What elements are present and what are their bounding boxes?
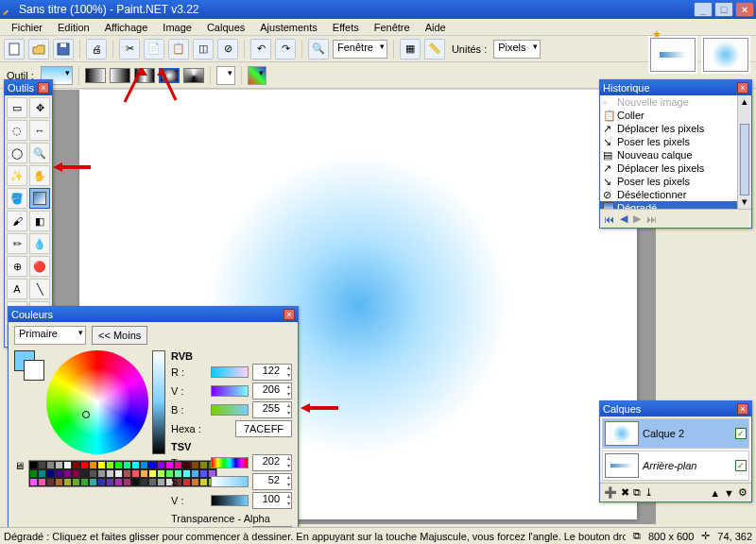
menu-window[interactable]: Fenêtre: [367, 21, 418, 34]
menu-layers[interactable]: Calques: [199, 21, 252, 34]
history-item[interactable]: Déplacer les pixels: [617, 123, 704, 134]
fill-tool[interactable]: 🪣: [7, 188, 27, 209]
undo-icon[interactable]: ↶: [250, 39, 271, 60]
minimize-button[interactable]: _: [694, 2, 713, 17]
menu-file[interactable]: Fichier: [4, 21, 50, 34]
grid-icon[interactable]: ▦: [400, 39, 421, 60]
t-slider[interactable]: [211, 457, 249, 468]
menu-image[interactable]: Image: [155, 21, 199, 34]
menu-adjust[interactable]: Ajustements: [252, 21, 325, 34]
value-slider[interactable]: [152, 350, 165, 454]
delete-layer-icon[interactable]: ✖: [621, 486, 629, 499]
deselect-icon[interactable]: ⊘: [217, 39, 238, 60]
history-close-icon[interactable]: ×: [737, 82, 748, 94]
history-item[interactable]: Poser les pixels: [617, 176, 690, 187]
history-redo-icon[interactable]: ▶: [633, 212, 641, 225]
menu-help[interactable]: Aide: [418, 21, 454, 34]
v2-slider[interactable]: [211, 495, 249, 506]
layer-row[interactable]: Arrière-plan ✓: [602, 450, 749, 481]
maximize-button[interactable]: □: [714, 2, 733, 17]
history-ff-icon[interactable]: ⏭: [646, 213, 657, 225]
layer-visible-checkbox[interactable]: ✓: [735, 428, 747, 439]
layer-row[interactable]: Calque 2 ✓: [602, 418, 749, 449]
history-item[interactable]: Désélectionner: [617, 189, 686, 200]
brush-tool[interactable]: 🖌: [7, 211, 27, 231]
s-input[interactable]: 52: [252, 473, 292, 490]
add-layer-icon[interactable]: ➕: [604, 486, 617, 499]
eraser-tool[interactable]: ◧: [29, 211, 50, 231]
picker-tool[interactable]: 💧: [29, 233, 50, 254]
zoom-icon[interactable]: 🔍: [308, 39, 329, 60]
history-item[interactable]: Poser les pixels: [617, 136, 690, 147]
layer-props-icon[interactable]: ⚙: [738, 486, 747, 499]
menu-edit[interactable]: Edition: [50, 21, 97, 34]
r-slider[interactable]: [211, 366, 249, 378]
close-button[interactable]: ×: [735, 2, 754, 17]
zoom-dropdown[interactable]: Fenêtre: [333, 40, 387, 59]
gradient-linear-lr[interactable]: [85, 68, 106, 83]
redo-icon[interactable]: ↷: [275, 39, 296, 60]
line-tool[interactable]: ╲: [29, 279, 50, 299]
t-input[interactable]: 202: [252, 454, 292, 471]
color-mode-dropdown[interactable]: [248, 66, 266, 85]
thumb-1[interactable]: ★: [648, 36, 697, 74]
paste-icon[interactable]: 📋: [168, 39, 189, 60]
blend-mode-dropdown[interactable]: [216, 66, 235, 85]
history-item[interactable]: Déplacer les pixels: [617, 162, 704, 174]
r-input[interactable]: 122: [252, 364, 292, 381]
history-rewind-icon[interactable]: ⏮: [604, 213, 614, 225]
v-input[interactable]: 206: [252, 382, 292, 400]
color-primary-dropdown[interactable]: Primaire: [14, 326, 86, 345]
wand-tool[interactable]: ✨: [7, 165, 27, 186]
b-slider[interactable]: [211, 404, 249, 416]
gradient-conical[interactable]: [183, 68, 204, 83]
colors-close-icon[interactable]: ×: [284, 309, 295, 320]
move-sel-tool[interactable]: ✥: [29, 97, 50, 118]
gradient-tool[interactable]: [29, 188, 50, 209]
text-tool[interactable]: A: [7, 279, 27, 299]
move-pixels-tool[interactable]: ↔: [29, 120, 50, 141]
s-slider[interactable]: [211, 476, 249, 487]
ellipse-select-tool[interactable]: ◯: [7, 143, 27, 163]
pencil-tool[interactable]: ✏: [7, 233, 27, 254]
cut-icon[interactable]: ✂: [119, 39, 140, 60]
crop-icon[interactable]: ◫: [193, 39, 214, 60]
v-slider[interactable]: [211, 385, 249, 397]
history-item[interactable]: Nouveau calque: [617, 149, 693, 161]
layer-down-icon[interactable]: ▼: [724, 487, 734, 499]
zoom-tool[interactable]: 🔍: [29, 143, 50, 163]
clone-tool[interactable]: ⊕: [7, 256, 27, 277]
open-file-icon[interactable]: [28, 39, 49, 60]
monitor-icon[interactable]: 🖥: [14, 460, 25, 471]
new-file-icon[interactable]: [4, 39, 25, 60]
layer-visible-checkbox[interactable]: ✓: [735, 460, 747, 471]
history-undo-icon[interactable]: ◀: [620, 212, 627, 225]
lasso-tool[interactable]: ◌: [7, 120, 27, 141]
layers-close-icon[interactable]: ×: [737, 403, 748, 415]
v2-input[interactable]: 100: [252, 492, 292, 509]
pan-tool[interactable]: ✋: [29, 165, 50, 186]
menu-effects[interactable]: Effets: [325, 21, 367, 34]
ruler-icon[interactable]: 📏: [424, 39, 445, 60]
print-icon[interactable]: 🖨: [86, 39, 107, 60]
thumb-2[interactable]: [701, 36, 750, 74]
less-button[interactable]: << Moins: [92, 326, 147, 345]
units-dropdown[interactable]: Pixels: [493, 40, 540, 59]
rect-select-tool[interactable]: ▭: [7, 97, 27, 118]
color-wheel[interactable]: [46, 350, 149, 454]
hex-input[interactable]: [235, 420, 292, 437]
secondary-swatch[interactable]: [24, 360, 44, 381]
history-scrollbar[interactable]: ▴▾: [737, 95, 751, 209]
menu-view[interactable]: Affichage: [97, 21, 156, 34]
layer-up-icon[interactable]: ▲: [710, 487, 720, 499]
history-item[interactable]: Coller: [617, 110, 644, 121]
save-icon[interactable]: [53, 39, 74, 60]
copy-icon[interactable]: 📄: [144, 39, 164, 60]
history-item[interactable]: Dégradé: [617, 202, 657, 209]
tools-close-icon[interactable]: ×: [38, 82, 49, 94]
dup-layer-icon[interactable]: ⧉: [633, 486, 641, 499]
history-item[interactable]: Nouvelle image: [617, 96, 689, 108]
recolor-tool[interactable]: 🔴: [29, 256, 50, 277]
b-input[interactable]: 255: [252, 401, 292, 418]
merge-down-icon[interactable]: ⤓: [644, 486, 653, 499]
